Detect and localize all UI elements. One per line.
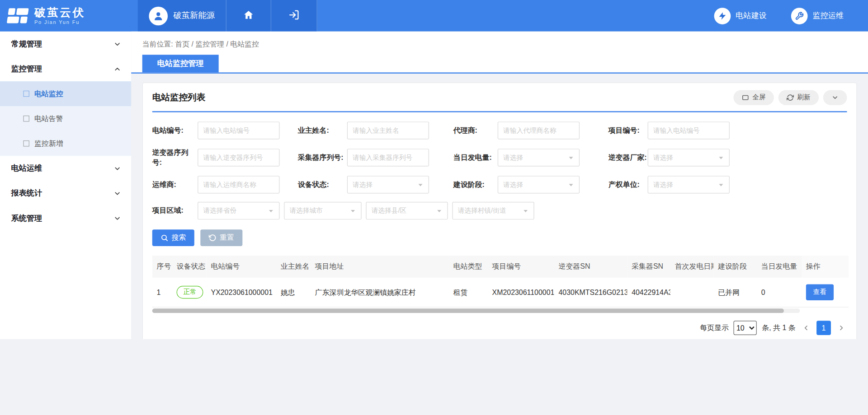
next-page-button[interactable]	[836, 324, 847, 332]
device-status-select[interactable]: 请选择	[347, 176, 429, 193]
app-window: 破茧云伏 Po Jian Yun Fu 破茧新能源	[0, 0, 868, 339]
select-placeholder: 请选择省份	[203, 206, 268, 215]
ops-vendor-input[interactable]	[198, 176, 279, 193]
sidebar-item-label: 常规管理	[11, 39, 42, 49]
station-table: 序号 设备状态 电站编号 业主姓名 项目地址 电站类型 项目编号 逆变器SN 采…	[152, 256, 847, 313]
home-button[interactable]	[226, 0, 271, 32]
inverter-vendor-select[interactable]: 请选择	[648, 149, 730, 166]
chevron-up-icon	[113, 65, 121, 73]
submenu-item-icon	[23, 140, 29, 146]
logout-button[interactable]	[271, 0, 317, 32]
station-build-link[interactable]: 电站建设	[714, 8, 767, 24]
view-button[interactable]: 查看	[806, 284, 834, 300]
cell-inverter-sn: 4030KMTS216G0213...	[554, 278, 627, 308]
field-label: 项目区域:	[152, 206, 193, 216]
sidebar-item-reports[interactable]: 报表统计	[0, 181, 131, 205]
select-placeholder: 请选择	[353, 180, 417, 190]
inverter-sn-input[interactable]	[198, 149, 279, 166]
filter-form: 电站编号: 业主姓名: 代理商: 项目编号: 逆变器序列号: 采集器序列号: 当…	[152, 121, 847, 219]
lightning-icon	[714, 8, 731, 24]
select-placeholder: 请选择城市	[289, 206, 349, 215]
sidebar: 常规管理 监控管理 电站监控 电站告警 监控新增 电站运维	[0, 32, 131, 339]
agent-input[interactable]	[498, 121, 580, 139]
refresh-button[interactable]: 刷新	[778, 90, 819, 105]
caret-down-icon	[568, 154, 574, 160]
submenu-item-label: 监控新增	[34, 139, 63, 149]
cell-station-type: 租赁	[449, 278, 488, 308]
table-row: 1 正常 YX2023061000001 姚忠 广东深圳龙华区观澜镇姚家庄村 租…	[152, 278, 849, 308]
caret-down-icon	[436, 208, 442, 214]
sidebar-item-system[interactable]: 系统管理	[0, 206, 131, 231]
build-stage-select[interactable]: 请选择	[498, 176, 580, 193]
reset-button[interactable]: 重置	[200, 229, 242, 246]
submenu-item-label: 电站告警	[34, 114, 63, 124]
caret-down-icon	[350, 208, 356, 214]
village-select[interactable]: 请选择村镇/街道	[452, 202, 534, 219]
field-label: 产权单位:	[609, 180, 648, 190]
cell-build-stage: 已并网	[713, 278, 757, 308]
sidebar-item-monitor-add[interactable]: 监控新增	[0, 131, 131, 156]
property-unit-select[interactable]: 请选择	[648, 176, 730, 193]
wrench-icon	[791, 8, 808, 24]
owner-name-input[interactable]	[347, 121, 429, 139]
panel-header: 电站监控列表 全屏 刷新	[152, 90, 847, 112]
breadcrumb-tab-strip: 当前位置: 首页 / 监控管理 / 电站监控 电站监控管理	[131, 32, 868, 74]
per-page-select[interactable]: 10	[734, 321, 757, 335]
collapse-button[interactable]	[823, 90, 847, 105]
search-button[interactable]: 搜索	[152, 229, 194, 246]
reset-icon	[209, 234, 217, 242]
horizontal-scrollbar-track[interactable]	[152, 308, 800, 313]
field-label: 建设阶段:	[453, 180, 498, 190]
station-code-input[interactable]	[198, 121, 279, 139]
sidebar-item-general[interactable]: 常规管理	[0, 32, 131, 56]
fullscreen-label: 全屏	[752, 93, 765, 103]
sidebar-item-station-monitor[interactable]: 电站监控	[0, 81, 131, 106]
field-label: 当日发电量:	[453, 153, 498, 163]
reset-label: 重置	[220, 233, 234, 243]
city-select[interactable]: 请选择城市	[284, 202, 361, 219]
col-actions: 操作	[802, 256, 849, 278]
caret-down-icon	[568, 182, 574, 187]
col-station-type: 电站类型	[449, 256, 488, 278]
log-in-icon	[288, 9, 299, 22]
submenu-item-label: 电站监控	[34, 89, 63, 99]
org-name: 破茧新能源	[173, 10, 215, 21]
sidebar-item-station-alarm[interactable]: 电站告警	[0, 106, 131, 131]
province-select[interactable]: 请选择省份	[198, 202, 279, 219]
field-label: 运维商:	[152, 180, 198, 190]
sidebar-item-monitoring[interactable]: 监控管理	[0, 56, 131, 81]
page-number-button[interactable]: 1	[816, 321, 831, 335]
sidebar-item-station-ops[interactable]: 电站运维	[0, 156, 131, 181]
field-label: 设备状态:	[298, 180, 347, 190]
user-avatar-icon	[149, 6, 168, 25]
caret-down-icon	[268, 208, 274, 214]
project-code-input[interactable]	[648, 121, 730, 139]
brand-logo: 破茧云伏 Po Jian Yun Fu	[0, 0, 138, 32]
field-label: 采集器序列号:	[298, 153, 347, 163]
brand-name: 破茧云伏	[34, 7, 85, 18]
collector-sn-input[interactable]	[347, 149, 429, 166]
chevron-down-icon	[831, 94, 839, 101]
fullscreen-icon	[742, 94, 749, 101]
sidebar-item-label: 系统管理	[11, 213, 42, 223]
col-owner-name: 业主姓名	[276, 256, 311, 278]
org-menu[interactable]: 破茧新能源	[138, 0, 226, 32]
top-nav: 破茧新能源	[138, 0, 317, 32]
daily-generation-select[interactable]: 请选择	[498, 149, 580, 166]
table-header-row: 序号 设备状态 电站编号 业主姓名 项目地址 电站类型 项目编号 逆变器SN 采…	[152, 256, 849, 278]
cell-station-code: YX2023061000001	[207, 278, 276, 308]
col-inverter-sn: 逆变器SN	[554, 256, 627, 278]
cell-collector-sn: 40422914A3...	[627, 278, 670, 308]
monitor-ops-link[interactable]: 监控运维	[791, 8, 844, 24]
submenu-item-icon	[23, 116, 29, 121]
fullscreen-button[interactable]: 全屏	[733, 90, 774, 105]
horizontal-scrollbar-thumb[interactable]	[152, 308, 784, 313]
select-placeholder: 请选择	[653, 153, 718, 163]
chevron-down-icon	[113, 214, 121, 222]
tab-station-monitor-management[interactable]: 电站监控管理	[142, 55, 219, 72]
submenu-item-icon	[23, 91, 29, 97]
refresh-label: 刷新	[797, 93, 810, 103]
county-select[interactable]: 请选择县/区	[366, 202, 448, 219]
col-station-code: 电站编号	[207, 256, 276, 278]
prev-page-button[interactable]	[801, 324, 811, 332]
